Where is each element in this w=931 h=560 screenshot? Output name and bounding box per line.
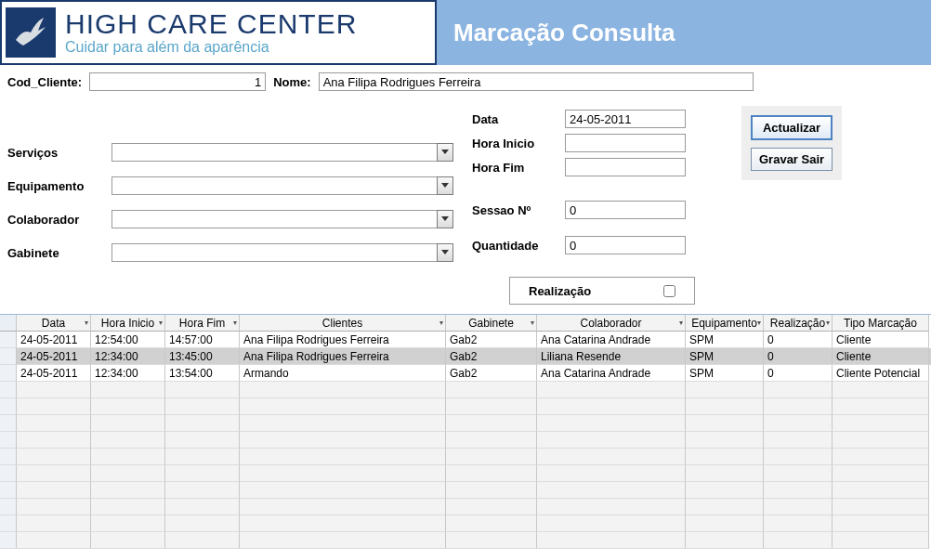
table-row-empty[interactable] — [0, 398, 931, 415]
row-selector[interactable] — [0, 365, 17, 382]
cell-empty[interactable] — [686, 532, 764, 549]
cell-empty[interactable] — [446, 382, 537, 398]
cell-gab[interactable]: Gab2 — [446, 332, 537, 348]
cell-gab[interactable]: Gab2 — [446, 365, 537, 382]
cell-equip[interactable]: SPM — [686, 365, 764, 382]
cell-empty[interactable] — [446, 515, 537, 532]
hora-inicio-input[interactable] — [565, 134, 686, 152]
cell-empty[interactable] — [91, 432, 165, 449]
cell-hfim[interactable]: 13:54:00 — [165, 365, 240, 382]
cell-empty[interactable] — [764, 515, 833, 532]
colaborador-dropdown-button[interactable] — [437, 210, 453, 228]
row-selector[interactable] — [0, 482, 17, 499]
cell-empty[interactable] — [764, 415, 833, 432]
cell-empty[interactable] — [764, 465, 833, 482]
cell-empty[interactable] — [17, 449, 91, 465]
row-selector-header[interactable] — [0, 315, 17, 332]
cell-empty[interactable] — [833, 515, 929, 532]
cell-empty[interactable] — [240, 499, 446, 515]
cell-empty[interactable] — [446, 499, 537, 515]
table-row-empty[interactable] — [0, 432, 931, 449]
row-selector[interactable] — [0, 515, 17, 532]
cell-data[interactable]: 24-05-2011 — [17, 365, 91, 382]
cell-empty[interactable] — [537, 415, 686, 432]
cell-empty[interactable] — [537, 499, 686, 515]
cell-empty[interactable] — [764, 532, 833, 549]
cell-empty[interactable] — [165, 382, 240, 398]
cell-empty[interactable] — [165, 532, 240, 549]
cell-empty[interactable] — [240, 515, 446, 532]
cell-empty[interactable] — [17, 415, 91, 432]
table-row-empty[interactable] — [0, 465, 931, 482]
servicos-input[interactable] — [111, 143, 437, 162]
cell-empty[interactable] — [833, 465, 929, 482]
colaborador-input[interactable] — [111, 210, 437, 228]
cell-empty[interactable] — [165, 398, 240, 415]
table-row-empty[interactable] — [0, 532, 931, 549]
cell-empty[interactable] — [446, 415, 537, 432]
cell-empty[interactable] — [764, 432, 833, 449]
table-row-empty[interactable] — [0, 515, 931, 532]
cell-real[interactable]: 0 — [764, 332, 833, 348]
cell-empty[interactable] — [537, 382, 686, 398]
nome-input[interactable] — [319, 72, 754, 91]
cell-hini[interactable]: 12:54:00 — [91, 332, 165, 348]
cell-hini[interactable]: 12:34:00 — [91, 365, 165, 382]
cell-empty[interactable] — [165, 432, 240, 449]
cell-empty[interactable] — [91, 515, 165, 532]
cell-gab[interactable]: Gab2 — [446, 348, 537, 365]
cell-empty[interactable] — [240, 382, 446, 398]
cell-empty[interactable] — [537, 432, 686, 449]
col-colaborador[interactable]: Colaborador▾ — [537, 315, 686, 332]
sessao-input[interactable] — [565, 201, 686, 219]
cell-empty[interactable] — [686, 415, 764, 432]
col-gabinete[interactable]: Gabinete▾ — [446, 315, 537, 332]
cell-empty[interactable] — [91, 449, 165, 465]
cell-colab[interactable]: Ana Catarina Andrade — [537, 365, 686, 382]
cell-real[interactable]: 0 — [764, 348, 833, 365]
cell-empty[interactable] — [17, 532, 91, 549]
hora-fim-input[interactable] — [565, 158, 686, 176]
cell-empty[interactable] — [165, 415, 240, 432]
cell-empty[interactable] — [446, 398, 537, 415]
cell-equip[interactable]: SPM — [686, 348, 764, 365]
cell-empty[interactable] — [91, 398, 165, 415]
cell-empty[interactable] — [91, 499, 165, 515]
cell-empty[interactable] — [240, 482, 446, 499]
cell-empty[interactable] — [686, 382, 764, 398]
cell-empty[interactable] — [537, 465, 686, 482]
cell-empty[interactable] — [17, 482, 91, 499]
cell-empty[interactable] — [165, 465, 240, 482]
equipamento-dropdown-button[interactable] — [437, 176, 453, 195]
row-selector[interactable] — [0, 465, 17, 482]
table-row[interactable]: 24-05-201112:34:0013:45:00Ana Filipa Rod… — [0, 348, 931, 365]
cod-cliente-input[interactable] — [89, 72, 266, 91]
cell-empty[interactable] — [764, 482, 833, 499]
cell-empty[interactable] — [833, 532, 929, 549]
servicos-dropdown-button[interactable] — [437, 143, 453, 162]
cell-cli[interactable]: Armando — [240, 365, 446, 382]
cell-empty[interactable] — [833, 499, 929, 515]
table-row[interactable]: 24-05-201112:34:0013:54:00ArmandoGab2Ana… — [0, 365, 931, 382]
cell-empty[interactable] — [537, 532, 686, 549]
col-realizacao[interactable]: Realização▾ — [764, 315, 833, 332]
cell-hfim[interactable]: 13:45:00 — [165, 348, 240, 365]
cell-equip[interactable]: SPM — [686, 332, 764, 348]
cell-tipo[interactable]: Cliente — [833, 348, 929, 365]
cell-empty[interactable] — [446, 465, 537, 482]
cell-empty[interactable] — [446, 482, 537, 499]
row-selector[interactable] — [0, 449, 17, 465]
table-row-empty[interactable] — [0, 415, 931, 432]
row-selector[interactable] — [0, 432, 17, 449]
cell-tipo[interactable]: Cliente Potencial — [833, 365, 929, 382]
cell-empty[interactable] — [446, 449, 537, 465]
data-grid[interactable]: Data▾ Hora Inicio▾ Hora Fim▾ Clientes▾ G… — [0, 314, 931, 549]
cell-empty[interactable] — [17, 398, 91, 415]
cell-empty[interactable] — [833, 382, 929, 398]
cell-empty[interactable] — [833, 482, 929, 499]
table-row-empty[interactable] — [0, 449, 931, 465]
col-equipamento[interactable]: Equipamento▾ — [686, 315, 764, 332]
cell-cli[interactable]: Ana Filipa Rodrigues Ferreira — [240, 348, 446, 365]
cell-tipo[interactable]: Cliente — [833, 332, 929, 348]
cell-empty[interactable] — [240, 398, 446, 415]
